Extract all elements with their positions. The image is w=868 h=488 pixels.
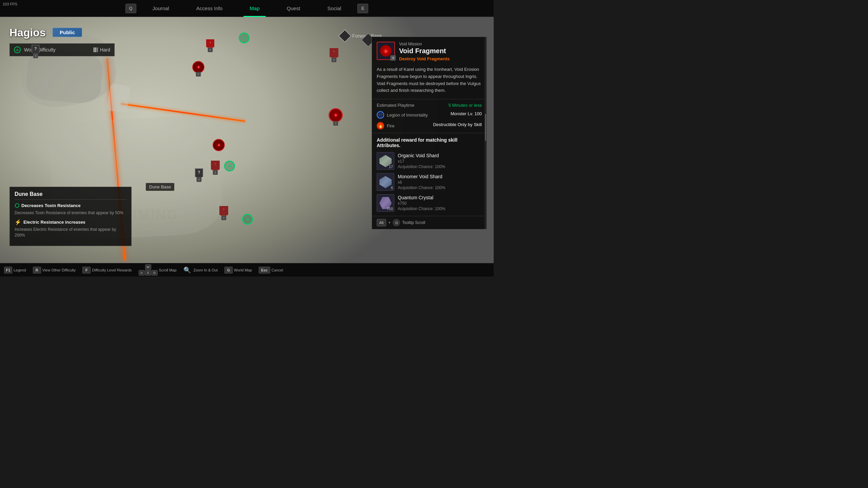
reward-chance-3: Acquisition Chance: 100% [398, 206, 482, 211]
reward-name-2: Monomer Void Shard [398, 174, 482, 179]
panel-scroll-thumb[interactable] [485, 114, 486, 141]
bottom-world-map[interactable]: G World Map [224, 267, 252, 273]
marker-badge-large: II [333, 121, 338, 126]
plus-sign: + [388, 220, 391, 225]
nav-key-q: Q [125, 4, 136, 13]
mission-type: Void Mission [399, 42, 482, 46]
dune-effect-2: ⚡ Electric Resistance increases Increase… [15, 219, 126, 238]
key-esc[interactable]: Esc [259, 267, 270, 273]
map-marker-large[interactable]: ✦ II [329, 108, 343, 122]
bar-1 [94, 47, 95, 52]
reward-qty-2: x6 [398, 180, 482, 185]
fire-icon: 🔥 [377, 122, 384, 129]
marker-badge-q2: II [196, 177, 201, 182]
dune-effect-desc-2: Increases Electric Resistance of enemies… [15, 227, 126, 238]
bottom-cancel[interactable]: Esc Cancel [259, 267, 283, 273]
panel-scrollbar[interactable] [485, 37, 487, 229]
key-g[interactable]: G [224, 267, 233, 273]
map-marker-gc2[interactable]: ⊕ [242, 214, 253, 225]
reward-item-2: 6 Monomer Void Shard x6 Acquisition Chan… [377, 173, 482, 191]
toxin-icon: ⬡ [15, 202, 19, 209]
difficulty-level: Hard [94, 47, 110, 53]
tab-map[interactable]: Map [236, 0, 273, 17]
scroll-map-label: Scroll Map [159, 268, 177, 272]
map-marker-1[interactable]: ↑ II [206, 39, 214, 49]
alt-key: Alt [377, 219, 386, 226]
reward-count-2: 6 [391, 186, 393, 190]
reward-img-3: 750 [377, 194, 394, 212]
tooltip-label: Tooltip Scroll [402, 220, 425, 225]
map-marker-fw1[interactable]: ↑ II [330, 48, 338, 59]
reward-item-1: 17 Organic Void Shard x17 Acquisition Ch… [377, 152, 482, 170]
marker-badge-q1: II [33, 54, 38, 58]
reward-qty-1: x17 [398, 159, 482, 164]
key-f1[interactable]: F1 [4, 267, 12, 273]
map-marker-gc1[interactable]: ⊕ [224, 161, 235, 171]
difficulty-bars [94, 47, 98, 52]
legion-value: Monster Lv. 100 [451, 111, 482, 116]
dune-base-map-label: Dune Base [146, 183, 174, 191]
reward-name-1: Organic Void Shard [398, 153, 482, 158]
world-map-label: World Map [234, 268, 252, 272]
fire-value: Destructible Only by Skill [433, 122, 482, 127]
dune-effect-name-1: ⬡ Decreases Toxin Resistance [15, 202, 126, 209]
key-f[interactable]: F [82, 267, 91, 273]
marker-badge-fw2: II [213, 170, 218, 175]
map-marker-circle-1[interactable]: ⊕ [239, 33, 250, 43]
bottom-legend[interactable]: F1 Legend [4, 267, 26, 273]
legion-row: 🛡 Legion of Immortality Monster Lv. 100 [377, 111, 482, 119]
circle-icon-1: ⊕ [242, 36, 246, 40]
fps-counter: 103 FPS [3, 2, 17, 6]
bottom-zoom: 🔍 Zoom In & Out [183, 266, 218, 274]
key-a: A [139, 270, 145, 276]
playtime-value: 5 Minutes or less [449, 103, 482, 108]
electric-icon: ⚡ [15, 219, 21, 225]
dune-base-title: Dune Base [15, 191, 126, 200]
top-navigation: 103 FPS Q Journal Access Info Map Quest … [0, 0, 494, 17]
map-marker-q2[interactable]: ? II [195, 168, 203, 179]
green-circle-1[interactable]: ⊕ [224, 161, 235, 171]
map-marker-fw3[interactable]: ↑ II [219, 206, 228, 217]
mission-name: Void Fragment [399, 47, 482, 55]
location-name: Hagios [9, 26, 46, 39]
tab-quest[interactable]: Quest [273, 0, 314, 17]
world-difficulty-panel[interactable]: ⊕ World Difficulty Hard [9, 43, 115, 56]
mission-header: ◈ ⏸ Void Mission Void Fragment Destroy V… [372, 37, 487, 66]
dune-effect-name-2: ⚡ Electric Resistance increases [15, 219, 126, 225]
map-marker-fw2[interactable]: ↑ II [211, 161, 220, 171]
circle-marker-1[interactable]: ⊕ [239, 33, 250, 43]
key-r[interactable]: R [33, 267, 41, 273]
key-d: D [152, 270, 158, 276]
playtime-label: Estimated Playtime [377, 103, 414, 108]
green-icon-2: ⊕ [246, 217, 249, 222]
mission-stats: Estimated Playtime 5 Minutes or less 🛡 L… [372, 99, 487, 133]
bottom-difficulty[interactable]: R View Other Difficulty [33, 267, 76, 273]
bottom-scroll-map: W A S D Scroll Map [139, 264, 177, 276]
fire-label-wrap: 🔥 Fire [377, 122, 394, 129]
access-badge: Public [53, 28, 82, 37]
reward-img-1: 17 [377, 152, 394, 170]
terrain-detail-1 [107, 83, 131, 113]
bar-2 [95, 47, 96, 52]
wasd-row-top: W [145, 264, 151, 270]
legion-icon: 🛡 [377, 111, 384, 119]
map-marker-q1[interactable]: ? II [32, 45, 40, 55]
fire-label: Fire [387, 123, 394, 128]
monomer-shard-icon [379, 176, 392, 188]
dune-base-panel: Dune Base ⬡ Decreases Toxin Resistance D… [9, 187, 132, 246]
void-mission-icon: ◈ [380, 45, 392, 57]
bottom-rewards[interactable]: F Difficulty Level Rewards [82, 267, 132, 273]
tab-access-info[interactable]: Access Info [183, 0, 236, 17]
map-marker-red-2[interactable]: ✦ [213, 139, 225, 151]
pause-badge: ⏸ [390, 55, 396, 61]
forward-base-icon [338, 29, 352, 43]
marker-badge-fw1: II [331, 58, 336, 62]
reward-item-3: 750 Quantum Crystal x750 Acquisition Cha… [377, 194, 482, 212]
tab-social[interactable]: Social [314, 0, 355, 17]
map-marker-red-1[interactable]: ✦ II [192, 61, 204, 73]
green-icon-1: ⊕ [228, 164, 231, 168]
green-circle-2[interactable]: ⊕ [242, 214, 253, 225]
rewards-label: Difficulty Level Rewards [92, 268, 132, 272]
tab-journal[interactable]: Journal [139, 0, 183, 17]
reward-details-1: Organic Void Shard x17 Acquisition Chanc… [398, 153, 482, 169]
